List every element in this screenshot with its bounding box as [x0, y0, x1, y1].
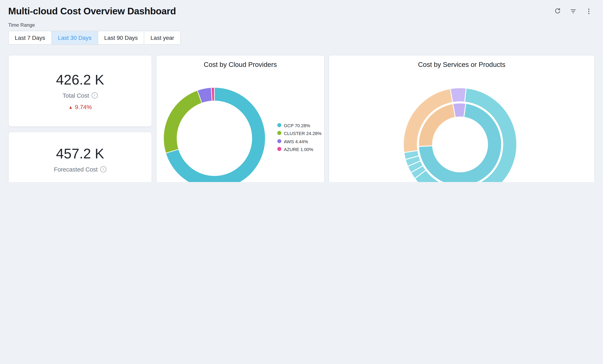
- forecasted-cost-label-text: Forecasted Cost: [54, 166, 98, 173]
- providers-legend-item-gcp[interactable]: GCP 70.28%: [277, 123, 322, 129]
- services-chart-title: Cost by Services or Products: [329, 55, 594, 68]
- providers-chart-title: Cost by Cloud Providers: [156, 55, 324, 68]
- forecasted-cost-card: 457.2 K Forecasted Cost i ▲ 7.28%: [8, 132, 152, 182]
- time-range-button-last-30-days[interactable]: Last 30 Days: [51, 31, 98, 45]
- providers-slice-azure[interactable]: [211, 88, 214, 101]
- up-triangle-icon: ▲: [68, 104, 73, 109]
- legend-dot-icon: [277, 147, 281, 151]
- page-title: Multi-cloud Cost Overview Dashboard: [8, 6, 176, 17]
- services-sunburst-svg: [329, 55, 595, 182]
- total-cost-card: 426.2 K Total Cost i ▲ 9.74%: [8, 55, 152, 127]
- total-cost-label-text: Total Cost: [63, 92, 89, 99]
- header-actions: [551, 5, 595, 17]
- summary-row: 426.2 K Total Cost i ▲ 9.74% 457.2 K For…: [8, 55, 595, 182]
- refresh-button[interactable]: [551, 5, 564, 17]
- header: Multi-cloud Cost Overview Dashboard: [0, 0, 603, 17]
- time-range-section: Time Range Last 7 DaysLast 30 DaysLast 9…: [8, 22, 595, 45]
- legend-label: AZURE 1.00%: [284, 146, 313, 153]
- time-range-button-last-year[interactable]: Last year: [144, 31, 181, 45]
- services-chart-card: Cost by Services or Products: [329, 55, 595, 182]
- kpi-column: 426.2 K Total Cost i ▲ 9.74% 457.2 K For…: [8, 55, 152, 182]
- legend-label: AWS 4.44%: [284, 139, 308, 144]
- providers-slice-cluster[interactable]: [163, 90, 202, 153]
- legend-dot-icon: [277, 131, 281, 135]
- legend-label: GCP 70.28%: [284, 123, 310, 129]
- total-cost-label: Total Cost i: [63, 92, 98, 99]
- kebab-menu-icon: [585, 8, 592, 15]
- time-range-buttons: Last 7 DaysLast 30 DaysLast 90 DaysLast …: [8, 31, 595, 45]
- legend-dot-icon: [277, 123, 281, 127]
- time-range-button-last-90-days[interactable]: Last 90 Days: [98, 31, 144, 45]
- total-cost-delta-value: 9.74%: [75, 104, 92, 110]
- forecasted-cost-value: 457.2 K: [56, 145, 104, 162]
- providers-donut-svg: [156, 55, 325, 182]
- providers-legend-item-azure[interactable]: AZURE 1.00%: [277, 146, 322, 153]
- providers-legend-item-cluster[interactable]: CLUSTER 24.28%: [277, 131, 322, 137]
- forecasted-cost-label: Forecasted Cost i: [54, 166, 106, 173]
- legend-label: CLUSTER 24.28%: [284, 131, 321, 137]
- time-range-button-last-7-days[interactable]: Last 7 Days: [8, 31, 52, 45]
- total-cost-delta: ▲ 9.74%: [68, 104, 92, 110]
- more-options-button[interactable]: [582, 5, 595, 17]
- info-icon[interactable]: i: [100, 166, 106, 172]
- refresh-icon: [554, 8, 561, 15]
- info-icon[interactable]: i: [91, 92, 98, 99]
- total-cost-value: 426.2 K: [56, 72, 104, 88]
- providers-legend-item-aws[interactable]: AWS 4.44%: [277, 139, 322, 144]
- filter-button[interactable]: [567, 5, 579, 17]
- legend-dot-icon: [277, 139, 281, 143]
- filter-icon: [569, 8, 577, 15]
- time-range-label: Time Range: [8, 22, 595, 28]
- providers-chart-card: Cost by Cloud Providers GCP 70.28%CLUSTE…: [156, 55, 325, 182]
- providers-legend: GCP 70.28%CLUSTER 24.28%AWS 4.44%AZURE 1…: [277, 123, 322, 152]
- dashboard-page: Multi-cloud Cost Overview Dashboard Tim: [0, 0, 603, 182]
